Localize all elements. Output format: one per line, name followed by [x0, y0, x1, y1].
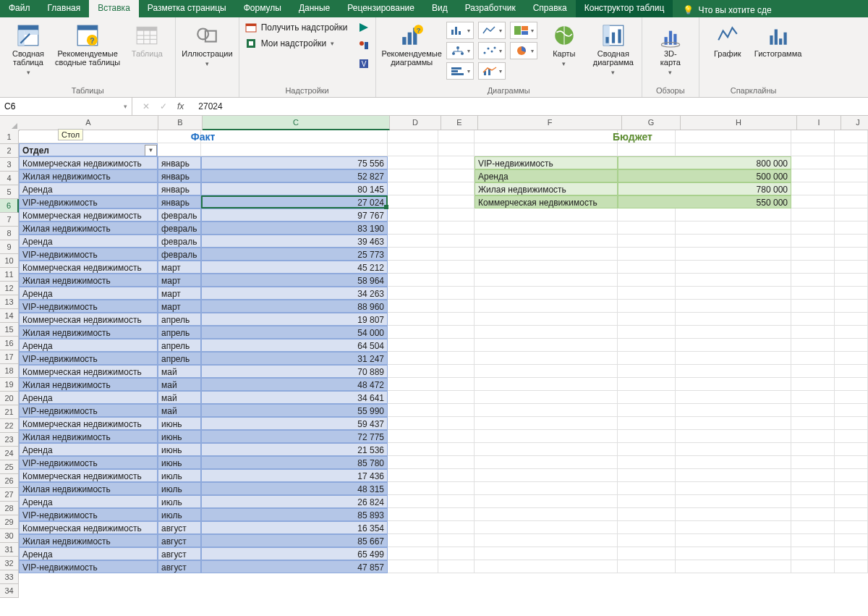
- cell-blank[interactable]: [388, 534, 438, 547]
- cell-blank[interactable]: [791, 221, 835, 235]
- cell-blank[interactable]: [388, 378, 438, 391]
- cell-blank[interactable]: [618, 430, 676, 443]
- cell-blank[interactable]: [438, 378, 475, 391]
- pivot-chart-button[interactable]: Сводная диаграмма▾: [591, 20, 636, 77]
- fact-dept[interactable]: Жилая недвижимость: [19, 378, 158, 391]
- fact-month[interactable]: январь: [158, 182, 201, 195]
- name-box-input[interactable]: [0, 98, 124, 115]
- cell-blank[interactable]: [676, 391, 791, 404]
- fact-amount[interactable]: 59 437: [201, 417, 388, 430]
- fact-dept[interactable]: Жилая недвижимость: [19, 482, 158, 495]
- cell-blank[interactable]: [438, 560, 475, 573]
- budget-plan[interactable]: 800 000: [618, 156, 791, 169]
- cell-blank[interactable]: [835, 313, 868, 326]
- cell-blank[interactable]: [388, 182, 438, 195]
- cell-blank[interactable]: [835, 547, 868, 560]
- cell-blank[interactable]: [438, 339, 475, 352]
- fact-month[interactable]: февраль: [158, 221, 201, 235]
- cell-blank[interactable]: [438, 430, 475, 443]
- fact-amount[interactable]: 47 857: [201, 560, 388, 573]
- cell-blank[interactable]: [388, 339, 438, 352]
- tab-formulas[interactable]: Формулы: [235, 0, 290, 17]
- cell-blank[interactable]: [618, 274, 676, 287]
- cell-blank[interactable]: [835, 391, 868, 404]
- cell-blank[interactable]: [438, 469, 475, 482]
- cell-blank[interactable]: [618, 521, 676, 534]
- cell-blank[interactable]: [835, 482, 868, 495]
- fact-dept[interactable]: Аренда: [19, 235, 158, 248]
- recommended-pivot-button[interactable]: ? Рекомендуемые сводные таблицы: [55, 20, 120, 67]
- cell-blank[interactable]: [618, 417, 676, 430]
- cell-blank[interactable]: [475, 365, 618, 378]
- fact-month[interactable]: апрель: [158, 339, 201, 352]
- fact-amount[interactable]: 19 807: [201, 313, 388, 326]
- cell-blank[interactable]: [388, 235, 438, 248]
- bar-chart-button[interactable]: ▾: [446, 62, 474, 80]
- fact-amount[interactable]: 85 667: [201, 534, 388, 547]
- bing-maps-icon[interactable]: [358, 22, 370, 35]
- fact-amount[interactable]: 85 893: [201, 508, 388, 521]
- cell-blank[interactable]: [475, 235, 618, 248]
- fact-dept[interactable]: VIP-недвижимость: [19, 404, 158, 417]
- cell-blank[interactable]: [475, 495, 618, 508]
- cell-blank[interactable]: [618, 508, 676, 521]
- cell-blank[interactable]: [438, 313, 475, 326]
- cell-blank[interactable]: [438, 221, 475, 235]
- cell-blank[interactable]: [676, 430, 791, 443]
- fact-amount[interactable]: 16 354: [201, 521, 388, 534]
- cell-blank[interactable]: [791, 339, 835, 352]
- cell-blank[interactable]: [438, 169, 475, 182]
- cell-blank[interactable]: [835, 404, 868, 417]
- cell-blank[interactable]: [388, 417, 438, 430]
- cell-blank[interactable]: [475, 430, 618, 443]
- cell-blank[interactable]: [475, 391, 618, 404]
- fact-dept[interactable]: VIP-недвижимость: [19, 248, 158, 261]
- cell-blank[interactable]: [475, 443, 618, 456]
- row-header-17[interactable]: 17: [0, 350, 19, 364]
- fact-amount[interactable]: 72 775: [201, 430, 388, 443]
- fact-amount[interactable]: 54 000: [201, 326, 388, 339]
- cell-blank[interactable]: [438, 352, 475, 365]
- cell-blank[interactable]: [438, 130, 475, 143]
- row-header-7[interactable]: 7: [0, 213, 19, 227]
- cancel-icon[interactable]: ✕: [142, 101, 150, 111]
- cell-blank[interactable]: [618, 378, 676, 391]
- sparkline-column-button[interactable]: Гистограмма: [754, 20, 802, 58]
- recommended-charts-button[interactable]: ? Рекомендуемые диаграммы: [382, 20, 442, 67]
- cell-blank[interactable]: [475, 261, 618, 274]
- cell-blank[interactable]: [438, 156, 475, 169]
- cell-blank[interactable]: [791, 143, 835, 156]
- row-header-6[interactable]: 6: [0, 199, 19, 213]
- enter-icon[interactable]: ✓: [160, 101, 167, 111]
- fact-dept[interactable]: Жилая недвижимость: [19, 534, 158, 547]
- cell-blank[interactable]: [618, 456, 676, 469]
- cell-blank[interactable]: [438, 482, 475, 495]
- cell-blank[interactable]: [618, 300, 676, 313]
- cell-blank[interactable]: [618, 208, 676, 221]
- fact-amount[interactable]: 27 024: [201, 195, 388, 208]
- fact-month[interactable]: июль: [158, 508, 201, 521]
- cell-blank[interactable]: [438, 261, 475, 274]
- title-budget[interactable]: Бюджет: [475, 130, 791, 143]
- fact-amount[interactable]: 52 827: [201, 169, 388, 182]
- cell-blank[interactable]: [835, 495, 868, 508]
- cell-blank[interactable]: [791, 182, 835, 195]
- cell-blank[interactable]: [475, 313, 618, 326]
- cell-blank[interactable]: [438, 521, 475, 534]
- fact-dept[interactable]: Аренда: [19, 443, 158, 456]
- row-header-14[interactable]: 14: [0, 309, 19, 323]
- fact-month[interactable]: август: [158, 534, 201, 547]
- cell-blank[interactable]: [618, 352, 676, 365]
- cell-blank[interactable]: [388, 547, 438, 560]
- row-header-10[interactable]: 10: [0, 254, 19, 268]
- row-header-23[interactable]: 23: [0, 433, 19, 447]
- cell-blank[interactable]: [438, 508, 475, 521]
- cell-blank[interactable]: [676, 143, 791, 156]
- column-header-I[interactable]: I: [797, 116, 841, 130]
- cell-blank[interactable]: [676, 456, 791, 469]
- row-header-30[interactable]: 30: [0, 529, 19, 543]
- row-header-4[interactable]: 4: [0, 172, 19, 185]
- cell-blank[interactable]: [835, 417, 868, 430]
- fact-header-dept[interactable]: Отдел▼: [19, 143, 158, 156]
- fact-amount[interactable]: 70 889: [201, 365, 388, 378]
